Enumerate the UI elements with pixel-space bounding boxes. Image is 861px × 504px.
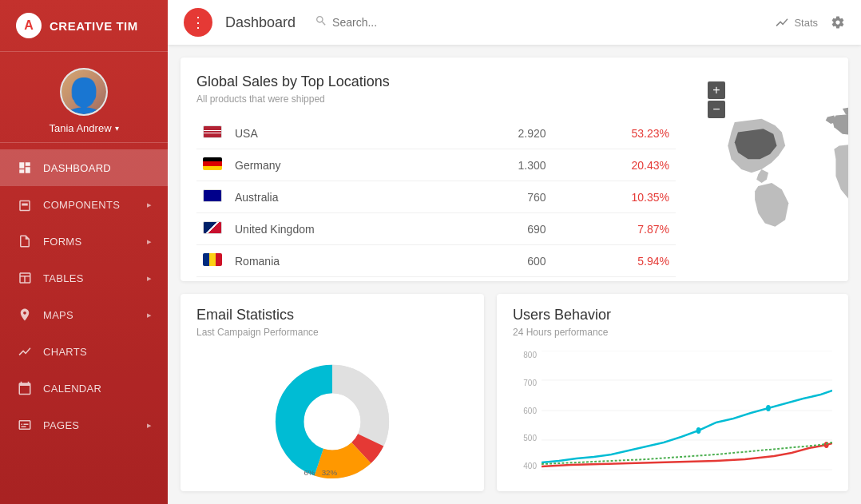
sales-percent: 7.87% bbox=[553, 213, 676, 245]
sales-value: 600 bbox=[453, 245, 552, 277]
sidebar-item-dashboard[interactable]: DASHBOARD bbox=[0, 149, 168, 186]
sidebar-item-tables-label: TABLES bbox=[43, 272, 147, 284]
topbar-actions: Stats bbox=[775, 15, 845, 30]
country-name: USA bbox=[228, 117, 453, 149]
zoom-out-button[interactable]: − bbox=[708, 101, 725, 118]
main-content: ⋮ Dashboard Stats Global Sales by Top Lo… bbox=[168, 0, 861, 504]
table-row: Brasil 550 4.34% bbox=[196, 277, 676, 282]
svg-point-12 bbox=[696, 427, 701, 434]
pages-arrow: ▸ bbox=[147, 420, 152, 431]
donut-chart: 6% 32% bbox=[260, 351, 404, 478]
country-name: Australia bbox=[228, 181, 453, 213]
sales-value: 760 bbox=[453, 181, 552, 213]
sidebar-item-charts-label: CHARTS bbox=[43, 346, 152, 358]
charts-icon bbox=[16, 343, 34, 360]
sales-value: 2.920 bbox=[453, 117, 552, 149]
users-behavior-body: Users Behavior 24 Hours performance 800 … bbox=[497, 294, 848, 483]
maps-arrow: ▸ bbox=[147, 310, 152, 320]
country-name: Brasil bbox=[228, 277, 453, 282]
sidebar-item-maps-label: MAPS bbox=[43, 309, 147, 321]
sales-percent: 20.43% bbox=[553, 149, 676, 181]
sidebar-item-pages-label: PAGES bbox=[43, 419, 147, 431]
map-section: + − bbox=[692, 58, 848, 281]
topbar: ⋮ Dashboard Stats bbox=[168, 0, 861, 45]
table-row: Germany 1.300 20.43% bbox=[196, 149, 676, 181]
brand-icon: A bbox=[16, 13, 42, 38]
search-icon bbox=[315, 14, 327, 30]
sidebar-item-components[interactable]: COMPONENTS ▸ bbox=[0, 186, 168, 223]
flag-cell bbox=[196, 117, 228, 149]
page-title: Dashboard bbox=[225, 14, 296, 31]
calendar-icon bbox=[16, 379, 34, 397]
table-row: United Kingdom 690 7.87% bbox=[196, 213, 676, 245]
flag-cell bbox=[196, 245, 228, 277]
svg-text:32%: 32% bbox=[322, 468, 338, 477]
sales-table-section: Global Sales by Top Locations All produc… bbox=[181, 58, 692, 281]
world-map-svg bbox=[708, 89, 848, 249]
dashboard-icon bbox=[16, 159, 34, 177]
stats-action[interactable]: Stats bbox=[775, 15, 818, 30]
sidebar-brand: A CREATIVE TIM bbox=[0, 0, 168, 52]
behavior-chart-svg bbox=[542, 351, 832, 470]
svg-text:6%: 6% bbox=[304, 468, 315, 477]
y-label-700: 700 bbox=[513, 379, 537, 387]
svg-point-13 bbox=[766, 405, 771, 411]
users-behavior-subtitle: 24 Hours performance bbox=[513, 327, 832, 338]
email-stats-body: Email Statistics Last Campaign Performan… bbox=[181, 294, 484, 491]
brand-letter: A bbox=[24, 18, 34, 33]
email-stats-title: Email Statistics bbox=[196, 307, 468, 323]
menu-button[interactable]: ⋮ bbox=[184, 8, 212, 37]
settings-action[interactable] bbox=[831, 15, 845, 30]
sidebar-item-dashboard-label: DASHBOARD bbox=[43, 162, 152, 174]
search-input[interactable] bbox=[332, 16, 554, 29]
flag-cell bbox=[196, 181, 228, 213]
sidebar-item-charts[interactable]: CHARTS bbox=[0, 333, 168, 370]
user-avatar-image bbox=[62, 69, 106, 114]
menu-icon: ⋮ bbox=[191, 14, 205, 31]
sidebar: A CREATIVE TIM Tania Andrew ▾ DASHBOARD bbox=[0, 0, 168, 504]
global-sales-card: Global Sales by Top Locations All produc… bbox=[181, 58, 848, 281]
zoom-in-button[interactable]: + bbox=[708, 81, 725, 99]
email-stats-subtitle: Last Campaign Performance bbox=[196, 327, 468, 338]
content-area: Global Sales by Top Locations All produc… bbox=[168, 45, 861, 504]
maps-icon bbox=[16, 306, 34, 323]
sales-percent: 4.34% bbox=[553, 277, 676, 282]
components-arrow: ▸ bbox=[147, 200, 152, 210]
forms-arrow: ▸ bbox=[147, 236, 152, 247]
sidebar-item-pages[interactable]: PAGES ▸ bbox=[0, 407, 168, 443]
y-label-500: 500 bbox=[513, 434, 537, 442]
tables-arrow: ▸ bbox=[147, 273, 152, 284]
forms-icon bbox=[16, 232, 34, 250]
sidebar-item-calendar[interactable]: CALENDAR bbox=[0, 370, 168, 407]
world-map: + − bbox=[708, 81, 848, 257]
sidebar-item-maps[interactable]: MAPS ▸ bbox=[0, 296, 168, 333]
y-label-800: 800 bbox=[513, 351, 537, 359]
users-behavior-title: Users Behavior bbox=[513, 307, 832, 323]
email-stats-card: Email Statistics Last Campaign Performan… bbox=[181, 294, 484, 491]
tables-icon bbox=[16, 269, 34, 287]
search-container bbox=[315, 14, 554, 30]
global-sales-title: Global Sales by Top Locations bbox=[196, 73, 676, 90]
components-icon bbox=[16, 196, 34, 213]
table-row: USA 2.920 53.23% bbox=[196, 117, 676, 149]
donut-chart-container: 6% 32% bbox=[196, 351, 468, 478]
flag-cell bbox=[196, 277, 228, 282]
sales-table: USA 2.920 53.23% Germany 1.300 20.43% Au… bbox=[196, 117, 676, 281]
flag-cell bbox=[196, 213, 228, 245]
sidebar-item-forms-label: FORMS bbox=[43, 236, 147, 248]
country-name: United Kingdom bbox=[228, 213, 453, 245]
sales-percent: 53.23% bbox=[553, 117, 676, 149]
global-sales-subtitle: All products that were shipped bbox=[196, 93, 676, 105]
sidebar-item-forms[interactable]: FORMS ▸ bbox=[0, 223, 168, 260]
sales-percent: 10.35% bbox=[553, 181, 676, 213]
brand-name: CREATIVE TIM bbox=[50, 19, 138, 33]
sidebar-user: Tania Andrew ▾ bbox=[0, 52, 168, 143]
sidebar-item-tables[interactable]: TABLES ▸ bbox=[0, 260, 168, 296]
y-label-400: 400 bbox=[513, 462, 537, 470]
sales-value: 690 bbox=[453, 213, 552, 245]
user-name[interactable]: Tania Andrew ▾ bbox=[49, 122, 118, 134]
sidebar-nav: DASHBOARD COMPONENTS ▸ FORMS ▸ bbox=[0, 143, 168, 504]
sidebar-item-calendar-label: CALENDAR bbox=[43, 383, 152, 395]
country-name: Romania bbox=[228, 245, 453, 277]
user-avatar bbox=[60, 68, 108, 116]
